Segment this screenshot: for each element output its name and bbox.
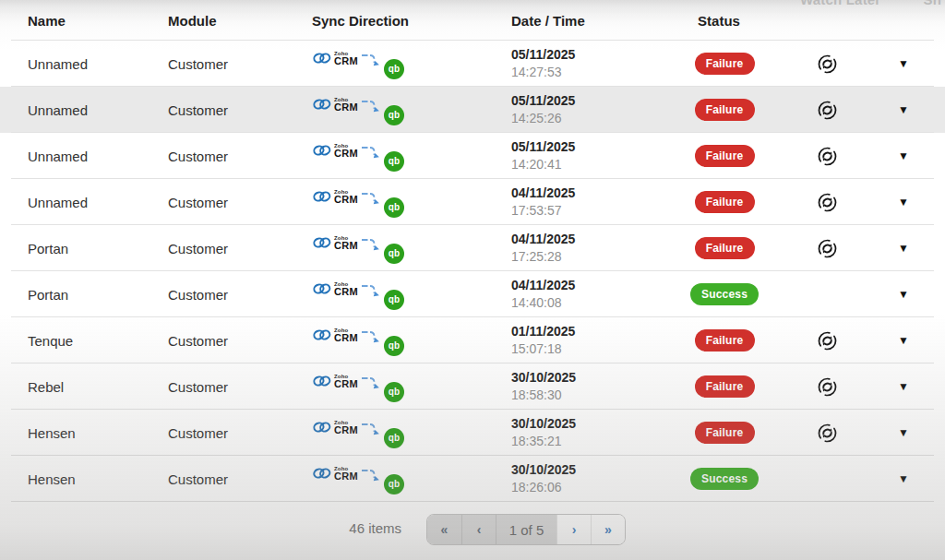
record-time: 18:58:30 <box>511 388 668 402</box>
table-row[interactable]: Unnamed Customer Zoho CRM qb <box>0 87 945 133</box>
first-page-button[interactable]: « <box>427 515 461 544</box>
zoho-crm-logo: Zoho CRM <box>312 51 358 66</box>
retry-sync-button[interactable] <box>817 192 838 213</box>
retry-sync-button[interactable] <box>817 330 838 351</box>
zoho-crm-logo: Zoho CRM <box>312 328 358 343</box>
expand-row-button[interactable]: ▼ <box>898 334 909 347</box>
table-row[interactable]: Portan Customer Zoho CRM qb <box>0 225 945 271</box>
quickbooks-icon: qb <box>384 244 404 264</box>
last-page-button[interactable]: » <box>591 515 625 544</box>
record-date: 05/11/2025 <box>511 94 668 108</box>
sync-direction-cell: Zoho CRM qb <box>312 187 511 218</box>
table-row[interactable]: Hensen Customer Zoho CRM qb <box>0 456 945 502</box>
expand-row-button[interactable]: ▼ <box>898 288 909 301</box>
expand-row-button[interactable]: ▼ <box>898 426 909 439</box>
zoho-crm-logo: Zoho CRM <box>312 143 358 159</box>
zoho-link-icon <box>312 52 332 65</box>
status-badge: Failure <box>695 191 755 213</box>
record-time: 15:07:18 <box>511 342 668 356</box>
zoho-crm-logo: Zoho CRM <box>312 374 358 389</box>
zoho-link-icon <box>312 375 332 387</box>
record-time: 14:25:26 <box>511 112 668 125</box>
record-module: Customer <box>168 149 312 164</box>
column-header-name: Name <box>28 13 168 29</box>
expand-row-button[interactable]: ▼ <box>898 57 909 70</box>
items-count: 46 items <box>314 520 401 536</box>
zoho-crm-logo: Zoho CRM <box>312 235 358 251</box>
quickbooks-icon: qb <box>384 336 404 356</box>
retry-sync-button[interactable] <box>817 100 838 121</box>
sync-history-table: Unnamed Customer Zoho CRM qb <box>0 41 945 502</box>
expand-row-button[interactable]: ▼ <box>898 380 909 393</box>
next-page-button[interactable]: › <box>556 515 591 544</box>
sync-arrow-icon <box>361 144 383 162</box>
record-name: Unnamed <box>28 56 168 72</box>
expand-row-button[interactable]: ▼ <box>898 149 909 162</box>
prev-page-button[interactable]: ‹ <box>461 515 496 544</box>
retry-sync-button[interactable] <box>817 146 838 167</box>
table-row[interactable]: Hensen Customer Zoho CRM qb <box>0 410 945 456</box>
table-row[interactable]: Portan Customer Zoho CRM qb <box>0 271 945 317</box>
table-row[interactable]: Rebel Customer Zoho CRM qb <box>0 363 945 410</box>
record-module: Customer <box>168 195 312 210</box>
table-row[interactable]: Unnamed Customer Zoho CRM qb <box>0 179 945 225</box>
expand-row-button[interactable]: ▼ <box>898 472 909 485</box>
zoho-crm-logo: Zoho CRM <box>312 189 358 205</box>
record-datetime: 01/11/2025 15:07:18 <box>511 325 668 356</box>
share-label[interactable]: Sh <box>923 0 941 7</box>
retry-sync-icon <box>817 423 838 444</box>
page-indicator: 1 of 5 <box>496 515 556 544</box>
quickbooks-icon: qb <box>384 105 404 125</box>
sync-direction-cell: Zoho CRM qb <box>312 95 511 125</box>
record-time: 18:35:21 <box>511 435 668 448</box>
record-date: 30/10/2025 <box>511 417 668 431</box>
record-module: Customer <box>168 102 312 118</box>
record-date: 04/11/2025 <box>511 232 668 246</box>
column-header-module: Module <box>168 13 312 29</box>
retry-sync-button[interactable] <box>817 238 838 259</box>
table-row[interactable]: Unnamed Customer Zoho CRM qb <box>0 41 945 87</box>
record-datetime: 05/11/2025 14:20:41 <box>511 140 668 172</box>
record-date: 01/11/2025 <box>511 325 668 339</box>
record-module: Customer <box>168 471 312 487</box>
retry-sync-icon <box>817 192 838 213</box>
retry-sync-icon <box>817 330 838 351</box>
sync-direction-cell: Zoho CRM qb <box>312 418 511 448</box>
record-name: Hensen <box>28 471 168 487</box>
record-date: 05/11/2025 <box>511 48 668 62</box>
record-datetime: 04/11/2025 17:25:28 <box>511 232 668 264</box>
record-name: Tenque <box>28 333 168 349</box>
retry-sync-button[interactable] <box>817 376 838 398</box>
expand-row-button[interactable]: ▼ <box>898 242 909 255</box>
table-row[interactable]: Unnamed Customer Zoho CRM qb <box>0 133 945 179</box>
status-badge: Failure <box>695 145 755 167</box>
record-time: 17:53:57 <box>511 204 668 218</box>
retry-sync-icon <box>817 376 838 398</box>
zoho-crm-logo: Zoho CRM <box>312 420 358 435</box>
sync-direction-cell: Zoho CRM qb <box>312 326 511 356</box>
zoho-link-icon <box>312 190 332 203</box>
expand-row-button[interactable]: ▼ <box>898 196 909 209</box>
retry-sync-button[interactable] <box>817 423 838 444</box>
zoho-link-icon <box>312 328 332 341</box>
record-datetime: 30/10/2025 18:35:21 <box>511 417 668 448</box>
sync-direction-cell: Zoho CRM qb <box>312 464 511 494</box>
watch-later-label[interactable]: Watch Later <box>800 0 881 7</box>
record-date: 30/10/2025 <box>511 371 668 385</box>
zoho-link-icon <box>312 467 332 480</box>
status-badge: Success <box>690 468 759 490</box>
sync-arrow-icon <box>361 282 383 301</box>
record-name: Unnamed <box>28 149 168 164</box>
record-module: Customer <box>168 425 312 441</box>
quickbooks-icon: qb <box>384 428 404 448</box>
status-badge: Failure <box>695 99 755 121</box>
expand-row-button[interactable]: ▼ <box>898 103 909 116</box>
quickbooks-icon: qb <box>384 151 404 172</box>
retry-sync-button[interactable] <box>817 54 838 75</box>
retry-sync-icon <box>817 238 838 259</box>
status-badge: Failure <box>695 375 755 398</box>
sync-arrow-icon <box>361 421 383 439</box>
table-row[interactable]: Tenque Customer Zoho CRM qb <box>0 317 945 363</box>
record-datetime: 04/11/2025 17:53:57 <box>511 186 668 218</box>
sync-arrow-icon <box>361 236 383 255</box>
